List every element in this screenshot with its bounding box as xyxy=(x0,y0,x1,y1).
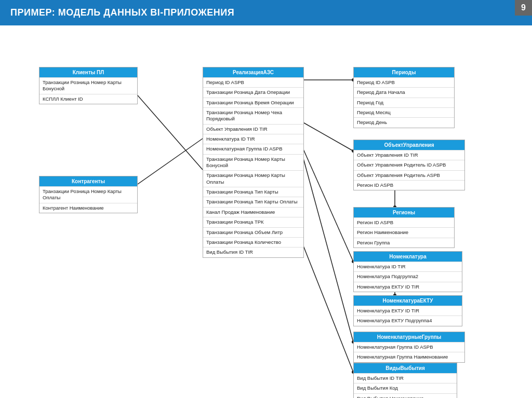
table-row: Объект Управления Родитель ASPB xyxy=(354,170,464,180)
table-regiony-header: Регионы xyxy=(354,208,454,217)
table-vidy-vybytiya-header: ВидыВыбытия xyxy=(354,363,457,373)
table-row: Номенклатура ЕКТУ Подгруппа4 xyxy=(354,315,462,325)
table-row: Вид Выбытия Код xyxy=(354,383,457,393)
table-row: Период Месяц xyxy=(354,107,454,117)
table-kontragenty-header: Контрагенты xyxy=(39,176,137,186)
svg-line-0 xyxy=(127,84,203,170)
table-row: Объект Управления ID TIR xyxy=(354,150,464,160)
table-row: Канал Продаж Наименование xyxy=(203,207,303,217)
table-row: Период День xyxy=(354,117,454,127)
table-row: Номенклатурная Группа Наименование xyxy=(354,352,464,362)
table-row: Номенклатурная Группа ID ASPB xyxy=(354,342,464,352)
table-vidy-vybytiya: ВидыВыбытия Вид Выбытия ID TIR Вид Выбыт… xyxy=(353,363,457,398)
table-periody: Периоды Период ID ASPB Период Дата Начал… xyxy=(353,67,455,128)
table-row: Транзакции Розница Время Операции xyxy=(203,98,303,107)
table-obekt-upravleniya-header: ОбъектУправления xyxy=(354,140,464,150)
table-row: Номенклатура ID TIR xyxy=(354,262,462,271)
svg-line-5 xyxy=(301,121,353,151)
table-row: Транзакции Розница ТРК xyxy=(203,217,303,227)
table-row: Транзакции Розница Тип Карты xyxy=(203,187,303,197)
table-row: Транзакции Розница Номер Чека Порядковый xyxy=(203,107,303,124)
svg-line-1 xyxy=(127,139,203,191)
table-obekt-upravleniya: ОбъектУправления Объект Управления ID TI… xyxy=(353,140,465,190)
table-periody-header: Периоды xyxy=(354,67,454,77)
table-row: Вид Выбытия ID TIR xyxy=(203,247,303,257)
table-row: Транзакции Розница Номер Карты Оплаты xyxy=(39,186,137,203)
table-row: Регион ID ASPB xyxy=(354,217,454,227)
table-row: Период ID ASPB xyxy=(354,77,454,87)
table-row: Регион Группа xyxy=(354,238,454,248)
page-number: 9 xyxy=(515,0,532,16)
svg-line-8 xyxy=(301,145,353,262)
table-row: Вид Выбытия ID TIR xyxy=(354,373,457,383)
table-row: Период ID ASPB xyxy=(203,77,303,87)
page-header: ПРИМЕР: МОДЕЛЬ ДАННЫХ BI-ПРИЛОЖЕНИЯ xyxy=(0,0,532,25)
table-row: Транзакции Розница Номер Карты Оплаты xyxy=(203,170,303,187)
table-row: Транзакции Розница Номер Карты Бонусной xyxy=(39,77,137,94)
table-nomenklatura-ektu: НоменклатураЕКТУ Номенклатура ЕКТУ ID TI… xyxy=(353,295,462,326)
table-row: Вид Выбытия Наименование xyxy=(354,393,457,398)
content-area: Клиенты ПЛ Транзакции Розница Номер Карт… xyxy=(0,25,532,398)
table-row: Транзакции Розница Тип Карты Оплаты xyxy=(203,197,303,207)
table-nomenklatura-ektu-header: НоменклатураЕКТУ xyxy=(354,296,462,306)
table-nomenklatura: Номенклатура Номенклатура ID TIR Номенкл… xyxy=(353,251,462,292)
table-regiony: Регионы Регион ID ASPB Регион Наименован… xyxy=(353,207,455,248)
table-row: Номенклатура Подгруппа2 xyxy=(354,271,462,281)
table-klienty: Клиенты ПЛ Транзакции Розница Номер Карт… xyxy=(39,67,138,104)
table-row: Регион Наименование xyxy=(354,227,454,237)
table-row: Объект Управления Родитель ID ASPB xyxy=(354,160,464,170)
table-kontragenty: Контрагенты Транзакции Розница Номер Кар… xyxy=(39,176,138,213)
table-row: Номенклатура ID TIR xyxy=(203,134,303,144)
svg-line-14 xyxy=(301,241,353,372)
table-row: Период Год xyxy=(354,98,454,107)
table-realizaciya: РеализацияАЗС Период ID ASPB Транзакции … xyxy=(203,67,304,258)
table-klienty-header: Клиенты ПЛ xyxy=(39,67,137,77)
table-row: Транзакции Розница Дата Операции xyxy=(203,87,303,97)
table-row: Номенклатура ЕКТУ ID TIR xyxy=(354,306,462,315)
table-row: Контрагент Наименование xyxy=(39,203,137,213)
table-row: Период Дата Начала xyxy=(354,87,454,97)
table-row: Транзакции Розница Объем Литр xyxy=(203,227,303,237)
table-realizaciya-header: РеализацияАЗС xyxy=(203,67,303,77)
svg-line-11 xyxy=(301,151,353,342)
header-title: ПРИМЕР: МОДЕЛЬ ДАННЫХ BI-ПРИЛОЖЕНИЯ xyxy=(10,7,234,18)
table-nomenklaturn-gruppy: НоменклатурныеГруппы Номенклатурная Груп… xyxy=(353,332,465,363)
table-row: Регион ID ASPB xyxy=(354,180,464,190)
table-nomenklaturn-gruppy-header: НоменклатурныеГруппы xyxy=(354,332,464,342)
table-row: КСПЛЛ Клиент ID xyxy=(39,94,137,104)
table-row: Транзакции Розница Количество xyxy=(203,237,303,247)
table-row: Объект Управления ID TIR xyxy=(203,124,303,134)
table-row: Номенклатурная Группа ID ASPB xyxy=(203,144,303,154)
table-row: Транзакции Розница Номер Карты Бонусной xyxy=(203,154,303,171)
table-row: Номенклатура ЕКТУ ID TIR xyxy=(354,282,462,292)
table-nomenklatura-header: Номенклатура xyxy=(354,252,462,262)
